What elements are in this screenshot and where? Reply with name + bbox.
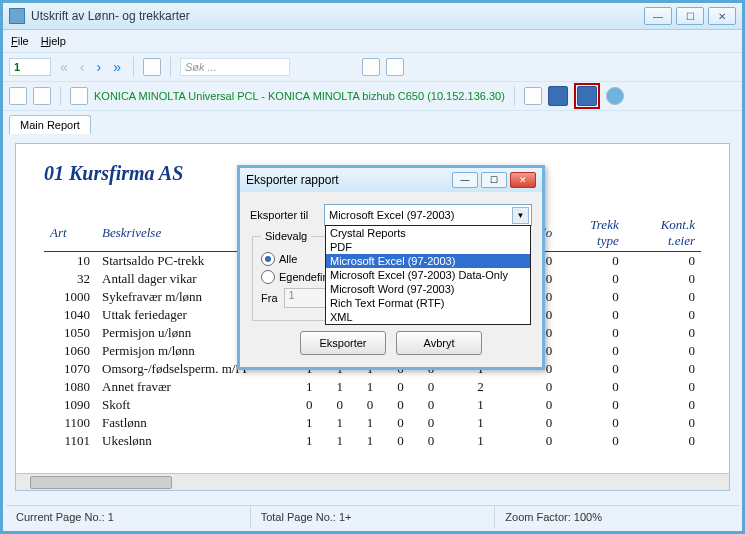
- help-icon[interactable]: [606, 87, 624, 105]
- col-header: Kont.kt.eier: [625, 215, 701, 252]
- table-row: 1101Ukeslønn111001000: [44, 432, 701, 450]
- dropdown-option[interactable]: Microsoft Word (97-2003): [326, 282, 530, 296]
- printer-name: KONICA MINOLTA Universal PCL - KONICA MI…: [94, 90, 505, 102]
- last-page-icon[interactable]: »: [110, 59, 124, 75]
- export-format-combo[interactable]: Microsoft Excel (97-2003) ▼ Crystal Repo…: [324, 204, 532, 226]
- dropdown-option[interactable]: PDF: [326, 240, 530, 254]
- export-highlight: [574, 83, 600, 109]
- radio-all[interactable]: Alle: [261, 252, 297, 266]
- toggle-tree-icon[interactable]: [143, 58, 161, 76]
- tabstrip: Main Report: [3, 111, 742, 134]
- cancel-button[interactable]: Avbryt: [396, 331, 482, 355]
- export-button[interactable]: Eksporter: [300, 331, 386, 355]
- dropdown-option[interactable]: Microsoft Excel (97-2003): [326, 254, 530, 268]
- prev-page-icon[interactable]: ‹: [77, 59, 88, 75]
- chevron-down-icon[interactable]: ▼: [512, 207, 529, 224]
- horizontal-scrollbar[interactable]: [16, 473, 729, 490]
- tab-main-report[interactable]: Main Report: [9, 115, 91, 134]
- export-format-dropdown: Crystal ReportsPDFMicrosoft Excel (97-20…: [325, 225, 531, 325]
- menubar: File Hjelp: [3, 30, 742, 53]
- mail-icon[interactable]: [33, 87, 51, 105]
- dialog-title: Eksporter rapport: [246, 173, 339, 187]
- dialog-titlebar: Eksporter rapport — ☐ ✕: [240, 168, 542, 192]
- first-page-icon[interactable]: «: [57, 59, 71, 75]
- app-icon: [9, 8, 25, 24]
- zoom-icon[interactable]: [386, 58, 404, 76]
- statusbar: Current Page No.: 1 Total Page No.: 1+ Z…: [6, 505, 739, 528]
- dropdown-option[interactable]: XML: [326, 310, 530, 324]
- save-icon[interactable]: [548, 86, 568, 106]
- table-row: 1100Fastlønn111001000: [44, 414, 701, 432]
- titlebar: Utskrift av Lønn- og trekkarter — ☐ ✕: [3, 3, 742, 30]
- menu-help[interactable]: Hjelp: [41, 35, 66, 47]
- page-number-input[interactable]: 1: [9, 58, 51, 76]
- dialog-close-button[interactable]: ✕: [510, 172, 536, 188]
- dialog-maximize-button[interactable]: ☐: [481, 172, 507, 188]
- dropdown-option[interactable]: Crystal Reports: [326, 226, 530, 240]
- new-mail-icon[interactable]: [524, 87, 542, 105]
- col-header: Art: [44, 215, 96, 252]
- export-icon[interactable]: [577, 86, 597, 106]
- radio-custom[interactable]: Egendefin: [261, 270, 329, 284]
- maximize-button[interactable]: ☐: [676, 7, 704, 25]
- status-total-page: Total Page No.: 1+: [251, 506, 496, 528]
- dropdown-option[interactable]: Rich Text Format (RTF): [326, 296, 530, 310]
- next-page-icon[interactable]: ›: [93, 59, 104, 75]
- dropdown-option[interactable]: Microsoft Excel (97-2003) Data-Only: [326, 268, 530, 282]
- col-header: Trekktype: [558, 215, 625, 252]
- window-title: Utskrift av Lønn- og trekkarter: [31, 9, 190, 23]
- table-row: 1090Skoft000001000: [44, 396, 701, 414]
- close-button[interactable]: ✕: [708, 7, 736, 25]
- search-input[interactable]: Søk ...: [180, 58, 290, 76]
- status-current-page: Current Page No.: 1: [6, 506, 251, 528]
- from-label: Fra: [261, 292, 278, 304]
- app-window: Utskrift av Lønn- og trekkarter — ☐ ✕ Fi…: [0, 0, 745, 534]
- menu-file[interactable]: File: [11, 35, 29, 47]
- print-icon[interactable]: [9, 87, 27, 105]
- minimize-button[interactable]: —: [644, 7, 672, 25]
- table-row: 1080Annet fravær111002000: [44, 378, 701, 396]
- dialog-minimize-button[interactable]: —: [452, 172, 478, 188]
- toolbar-output: KONICA MINOLTA Universal PCL - KONICA MI…: [3, 82, 742, 111]
- export-dialog: Eksporter rapport — ☐ ✕ Eksporter til Mi…: [237, 165, 545, 370]
- binoculars-icon[interactable]: [362, 58, 380, 76]
- status-zoom: Zoom Factor: 100%: [495, 506, 739, 528]
- export-format-value: Microsoft Excel (97-2003): [329, 209, 454, 221]
- page-selection-legend: Sidevalg: [261, 230, 311, 242]
- page-icon[interactable]: [70, 87, 88, 105]
- export-to-label: Eksporter til: [250, 209, 318, 221]
- toolbar-navigation: 1 « ‹ › » Søk ...: [3, 53, 742, 82]
